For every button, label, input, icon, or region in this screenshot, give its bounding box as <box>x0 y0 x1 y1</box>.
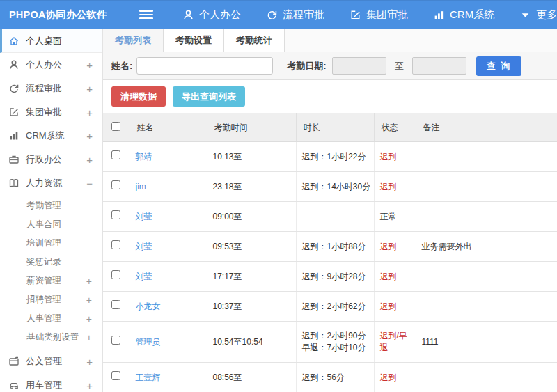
sidebar-submenu: 考勤管理人事合同培训管理奖惩记录薪资管理+招聘管理+人事管理+基础类别设置+ <box>0 195 102 350</box>
sidebar-subitem-label: 奖惩记录 <box>26 256 61 268</box>
table-row: 刘莹09:00至正常 <box>103 202 557 232</box>
sidebar-subitem[interactable]: 人事管理+ <box>0 309 102 328</box>
row-checkbox[interactable] <box>111 180 120 189</box>
expand-toggle-icon[interactable]: + <box>86 333 92 343</box>
clean-data-button[interactable]: 清理数据 <box>111 86 166 107</box>
attendance-table: 姓名考勤时间时长状态备注 郭靖10:13至迟到：1小时22分迟到jim23:18… <box>103 113 557 392</box>
sidebar-item[interactable]: 用车管理+ <box>0 373 102 392</box>
row-checkbox[interactable] <box>111 300 120 309</box>
top-bar: PHPOA协同办公软件 个人办公流程审批集团审批CRM系统更多应用 <box>0 0 557 29</box>
duration-cell: 迟到：56分 <box>296 363 374 392</box>
expand-toggle-icon[interactable]: + <box>86 84 93 94</box>
row-checkbox-cell <box>103 172 130 202</box>
tab-item[interactable]: 考勤统计 <box>224 29 285 52</box>
name-label: 姓名: <box>111 60 132 72</box>
select-all-checkbox[interactable] <box>111 122 120 131</box>
row-checkbox-cell <box>103 142 130 172</box>
sidebar-item-label: 个人办公 <box>26 58 62 71</box>
sidebar-subitem[interactable]: 培训管理 <box>0 234 102 253</box>
briefcase-icon <box>8 154 19 165</box>
column-header: 考勤时间 <box>207 113 296 142</box>
row-checkbox[interactable] <box>111 240 120 249</box>
sidebar-item-label: 行政办公 <box>26 153 62 166</box>
sidebar-subitem[interactable]: 招聘管理+ <box>0 290 102 309</box>
column-header: 时长 <box>296 113 374 142</box>
employee-name-link[interactable]: 王壹辉 <box>136 373 161 382</box>
column-header: 状态 <box>374 113 416 142</box>
status-cell: 迟到/早退 <box>374 322 416 363</box>
employee-name-link[interactable]: 刘莹 <box>136 272 152 281</box>
expand-toggle-icon[interactable]: + <box>86 356 93 367</box>
name-input[interactable] <box>136 57 273 75</box>
expand-toggle-icon[interactable]: + <box>86 60 93 70</box>
top-nav-item[interactable]: 流程审批 <box>266 8 324 22</box>
top-nav-item[interactable]: 更多应用 <box>519 8 557 22</box>
sidebar-item[interactable]: 公文管理+ <box>0 350 102 373</box>
header-checkbox-cell <box>103 113 130 142</box>
search-button[interactable]: 查 询 <box>476 56 522 76</box>
hamburger-icon[interactable] <box>139 6 153 24</box>
employee-name-link[interactable]: 管理员 <box>136 337 161 347</box>
time-cell: 10:37至 <box>207 292 296 322</box>
sidebar-subitem[interactable]: 薪资管理+ <box>0 272 102 290</box>
table-row: 郭靖10:13至迟到：1小时22分迟到 <box>103 142 557 172</box>
name-cell: 刘莹 <box>130 262 207 292</box>
tab-active[interactable]: 考勤列表 <box>103 29 164 52</box>
expand-toggle-icon[interactable]: − <box>86 178 93 189</box>
expand-toggle-icon[interactable]: + <box>86 276 92 286</box>
name-cell: 刘莹 <box>130 202 207 232</box>
sidebar-item-label: 人力资源 <box>26 177 62 189</box>
row-checkbox-cell <box>103 202 130 232</box>
name-cell: 郭靖 <box>130 142 207 172</box>
bar-chart-icon <box>433 9 445 21</box>
sidebar-item[interactable]: 流程审批+ <box>0 77 102 100</box>
expand-toggle-icon[interactable]: + <box>86 131 93 141</box>
sidebar-item-label: 公文管理 <box>26 355 62 368</box>
expand-toggle-icon[interactable]: + <box>86 295 92 305</box>
sidebar-item[interactable]: 个人桌面 <box>0 29 102 53</box>
table-row: 小龙女10:37至迟到：2小时62分迟到 <box>103 292 557 322</box>
expand-toggle-icon[interactable]: + <box>86 314 92 324</box>
top-nav-item[interactable]: 个人办公 <box>182 8 241 22</box>
expand-toggle-icon[interactable]: + <box>86 155 93 165</box>
table-row: 管理员10:54至10:54迟到：2小时90分早退：7小时10分迟到/早退111… <box>103 322 557 363</box>
employee-name-link[interactable]: 小龙女 <box>136 301 161 311</box>
top-nav-item-label: CRM系统 <box>450 8 494 22</box>
row-checkbox[interactable] <box>111 270 120 279</box>
employee-name-link[interactable]: 郭靖 <box>136 152 152 162</box>
sidebar-item[interactable]: 人力资源− <box>0 171 102 195</box>
tab-bar: 考勤列表考勤设置考勤统计 <box>103 29 557 52</box>
row-checkbox[interactable] <box>111 150 120 159</box>
date-from-input[interactable] <box>332 57 386 75</box>
sidebar-item[interactable]: CRM系统+ <box>0 124 102 148</box>
expand-toggle-icon[interactable]: + <box>86 107 93 118</box>
expand-toggle-icon[interactable]: + <box>86 380 93 391</box>
row-checkbox[interactable] <box>111 336 120 345</box>
sidebar-subitem[interactable]: 基础类别设置+ <box>0 328 102 347</box>
tab-item[interactable]: 考勤设置 <box>164 29 224 52</box>
export-list-button[interactable]: 导出查询列表 <box>173 86 245 107</box>
date-to-input[interactable] <box>412 57 466 75</box>
table-row: jim23:18至迟到：14小时30分迟到 <box>103 172 557 202</box>
top-nav-item[interactable]: CRM系统 <box>433 8 494 22</box>
row-checkbox[interactable] <box>111 371 120 380</box>
table-row: 刘莹09:53至迟到：1小时88分迟到业务需要外出 <box>103 232 557 262</box>
top-nav-item[interactable]: 集团审批 <box>350 8 408 22</box>
employee-name-link[interactable]: 刘莹 <box>136 242 152 251</box>
sidebar-item[interactable]: 个人办公+ <box>0 53 102 77</box>
sidebar-item[interactable]: 集团审批+ <box>0 100 102 124</box>
time-cell: 10:13至 <box>207 142 296 172</box>
sidebar-subitem-label: 人事管理 <box>26 313 61 324</box>
duration-line: 迟到：14小时30分 <box>302 181 368 193</box>
sidebar-subitem[interactable]: 考勤管理 <box>0 196 102 215</box>
sidebar-subitem[interactable]: 奖惩记录 <box>0 253 102 272</box>
sidebar-item[interactable]: 行政办公+ <box>0 148 102 171</box>
employee-name-link[interactable]: 刘莹 <box>136 212 152 221</box>
sidebar-subitem[interactable]: 人事合同 <box>0 215 102 234</box>
main-layout: 个人桌面个人办公+流程审批+集团审批+CRM系统+行政办公+人力资源−考勤管理人… <box>0 29 557 392</box>
row-checkbox[interactable] <box>111 210 120 219</box>
sidebar-item-label: 用车管理 <box>26 379 62 391</box>
home-icon <box>8 36 19 47</box>
time-cell: 08:56至 <box>207 363 296 392</box>
employee-name-link[interactable]: jim <box>136 182 146 191</box>
